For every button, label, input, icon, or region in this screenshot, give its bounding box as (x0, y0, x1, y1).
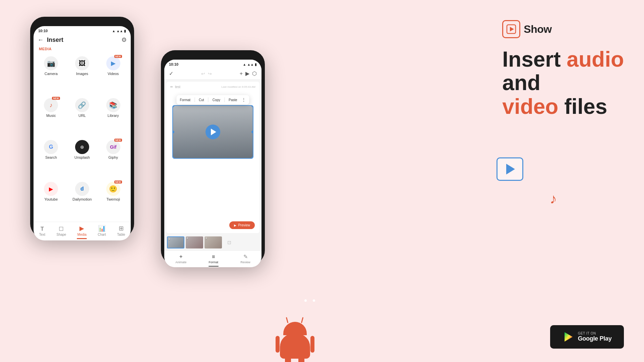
handle-top-right[interactable] (251, 105, 253, 107)
giphy-icon: Gif (110, 144, 116, 150)
gear-icon[interactable]: ⚙ (121, 36, 127, 44)
thumb-1[interactable]: 1 (167, 236, 184, 248)
add-slide-button[interactable]: ⊡ (223, 236, 235, 248)
preview-button[interactable]: Preview (229, 221, 255, 229)
media-item-music[interactable]: NEW ♪ Music (36, 95, 66, 136)
table-nav-icon: ⊞ (119, 225, 124, 232)
play-button-large[interactable] (206, 125, 220, 139)
table-nav-label: Table (117, 233, 125, 236)
leg-right (298, 357, 304, 362)
play-badge-text-area: GET IT ON Google Play (578, 332, 612, 342)
thumb-2-bg (186, 236, 203, 248)
url-icon-circle: 🔗 (75, 98, 89, 112)
tab-format[interactable]: ≡ Format (205, 253, 223, 265)
media-item-youtube[interactable]: ▶ Youtube (36, 179, 66, 220)
media-section-label: MEDIA (34, 46, 131, 52)
arm-right (310, 336, 314, 353)
undo-icon[interactable]: ↩ (201, 71, 205, 76)
media-item-search[interactable]: G Search (36, 137, 66, 178)
video-background (173, 106, 253, 158)
last-modified: Last modified on 9:05:43 AM (222, 85, 255, 88)
dailymotion-icon: d (80, 186, 84, 192)
battery-icon: ▮ (124, 29, 126, 33)
menu-sep-2 (208, 97, 209, 102)
nav-table[interactable]: ⊞ Table (114, 224, 128, 237)
videos-badge: NEW (114, 55, 122, 58)
back-icon[interactable]: ← (38, 37, 44, 44)
get-it-label: GET IT ON (578, 332, 612, 335)
headline-files: files (558, 94, 607, 119)
media-item-twemoji[interactable]: NEW 🙂 Twemoji (98, 179, 128, 220)
check-icon[interactable]: ✓ (169, 70, 173, 77)
thumb-3[interactable]: 3 (204, 236, 222, 248)
nav-chart[interactable]: 📊 Chart (95, 224, 108, 237)
headline-video: video (502, 94, 558, 119)
music-badge: NEW (52, 97, 60, 100)
youtube-icon: ▶ (49, 186, 53, 192)
headline-audio: audio (567, 47, 624, 71)
giphy-label: Giphy (108, 155, 118, 159)
paste-menu-item[interactable]: Paste (229, 98, 237, 102)
thumb-3-bg (204, 236, 222, 248)
status-icons-left: ▲ ▲▲ ▮ (112, 29, 126, 33)
url-label: URL (78, 114, 86, 118)
status-bar-left: 10:10 ▲ ▲▲ ▮ (34, 26, 131, 34)
battery-icon-r: ▮ (255, 63, 257, 66)
handle-bottom-right[interactable] (251, 157, 253, 159)
search-icon-circle: G (44, 140, 58, 154)
url-icon: 🔗 (78, 101, 86, 109)
review-label: Review (240, 261, 250, 264)
media-item-dailymotion[interactable]: d Dailymotion (67, 179, 97, 220)
media-item-giphy[interactable]: NEW Gif Giphy (98, 137, 128, 178)
nav-media[interactable]: ▶ Media (75, 224, 89, 237)
undo-redo-area: ↩ ↪ (201, 71, 212, 76)
giphy-icon-circle: Gif (106, 140, 120, 154)
media-item-images[interactable]: 🖼 Images (67, 54, 97, 94)
media-item-camera[interactable]: 📷 Camera (36, 54, 66, 94)
thumb-2[interactable]: 2 (186, 236, 203, 248)
tab-animate[interactable]: ✦ Animate (171, 253, 190, 265)
google-play-badge[interactable]: GET IT ON Google Play (550, 325, 624, 349)
handle-bottom-left[interactable] (172, 157, 174, 159)
cut-menu-item[interactable]: Cut (199, 98, 204, 102)
handle-middle-right[interactable] (251, 131, 253, 133)
pencil-icon: ✏ (170, 85, 173, 89)
insert-title: Insert (47, 37, 63, 44)
add-icon[interactable]: + (240, 71, 243, 77)
arm-left (276, 336, 280, 353)
slide-title[interactable]: test (175, 85, 180, 89)
media-item-library[interactable]: 📚 Library (98, 95, 128, 136)
media-item-videos[interactable]: NEW ▶ Videos (98, 54, 128, 94)
media-item-url[interactable]: 🔗 URL (67, 95, 97, 136)
tab-review[interactable]: ✎ Review (236, 253, 254, 265)
media-item-unsplash[interactable]: ⊕ Unsplash (67, 137, 97, 178)
redo-icon[interactable]: ↪ (208, 71, 212, 76)
status-time-right: 10:10 (169, 62, 178, 66)
nav-text[interactable]: T Text (37, 225, 48, 237)
phone-left: 10:10 ▲ ▲▲ ▮ ← Insert ⚙ MEDIA 📷 Camera (30, 17, 134, 238)
brand-area: Show Insert audio and video files (502, 20, 624, 118)
eye-right (313, 299, 315, 302)
phone-right: 10:10 ▲ ▲▲ ▮ ✓ ↩ ↪ + ▶ ⬡ ✏ test (161, 50, 265, 265)
svg-marker-2 (565, 332, 573, 342)
antenna-left (286, 317, 289, 323)
copy-menu-item[interactable]: Copy (213, 98, 220, 102)
status-bar-right: 10:10 ▲ ▲▲ ▮ (164, 60, 261, 68)
more-options-icon[interactable]: ⋮ (241, 97, 246, 102)
youtube-icon-circle: ▶ (44, 182, 58, 196)
format-icon: ≡ (212, 254, 215, 260)
share-icon[interactable]: ⬡ (252, 70, 257, 77)
play-icon[interactable]: ▶ (245, 70, 249, 77)
videos-label: Videos (108, 72, 119, 76)
library-icon: 📚 (109, 101, 117, 109)
thumb-2-num: 2 (187, 237, 188, 239)
thumb-1-num: 1 (169, 238, 170, 240)
format-menu-item[interactable]: Format (180, 98, 190, 102)
camera-icon-circle: 📷 (44, 56, 58, 70)
youtube-label: Youtube (44, 197, 58, 201)
unsplash-icon-circle: ⊕ (75, 140, 89, 154)
animate-label: Animate (175, 261, 186, 264)
play-store-svg (563, 332, 574, 342)
nav-shape[interactable]: ◻ Shape (54, 224, 69, 237)
thumbnails-bar: 1 2 3 ⊡ (164, 234, 261, 250)
